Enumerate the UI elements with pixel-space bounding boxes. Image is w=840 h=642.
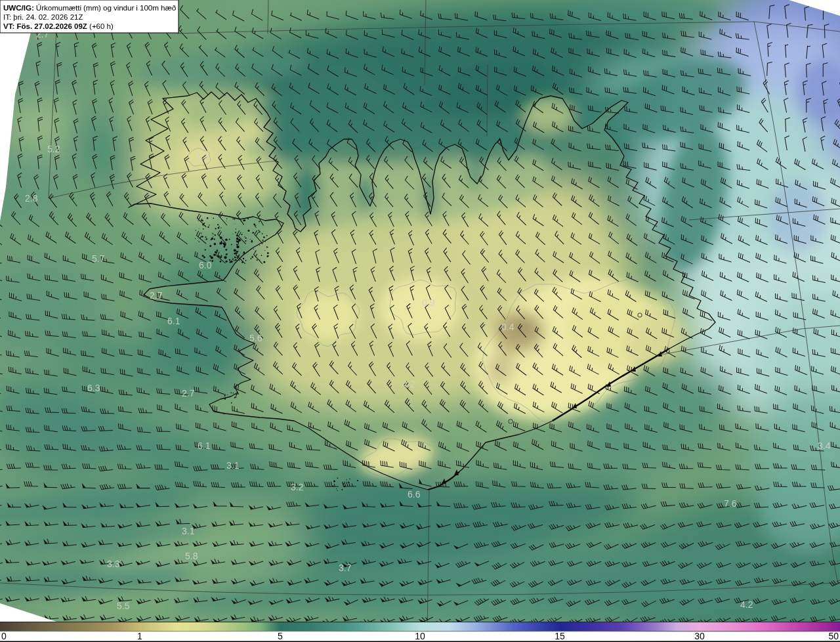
svg-text:2.8: 2.8 <box>25 193 38 203</box>
svg-text:6.6: 6.6 <box>408 489 421 500</box>
svg-text:0.4: 0.4 <box>501 322 514 332</box>
svg-text:5.6: 5.6 <box>249 333 262 343</box>
svg-text:3.4: 3.4 <box>818 440 831 451</box>
svg-text:5.5: 5.5 <box>117 601 130 611</box>
svg-text:VT: Fös. 27.02.2026 09Z (+60 h: VT: Fös. 27.02.2026 09Z (+60 h) <box>3 22 114 30</box>
svg-text:50: 50 <box>828 631 839 641</box>
svg-text:4.2: 4.2 <box>740 599 753 610</box>
svg-text:5.8: 5.8 <box>185 551 198 561</box>
svg-text:10: 10 <box>415 631 425 641</box>
svg-text:3.2: 3.2 <box>291 482 304 492</box>
svg-text:4.2: 4.2 <box>402 379 415 389</box>
svg-text:UWC/IG: Úrkomumætti (mm) og vi: UWC/IG: Úrkomumætti (mm) og vindur i 100… <box>3 3 177 12</box>
svg-text:2.7: 2.7 <box>182 388 195 398</box>
svg-text:1: 1 <box>137 631 142 641</box>
svg-text:3.7: 3.7 <box>339 563 352 573</box>
svg-text:3.1: 3.1 <box>226 460 240 471</box>
svg-text:2.7: 2.7 <box>150 290 163 301</box>
svg-text:1.2: 1.2 <box>196 151 209 161</box>
svg-text:3.1: 3.1 <box>182 526 195 536</box>
svg-text:15: 15 <box>555 631 565 641</box>
svg-text:IT: þri. 24. 02. 2026 21Z: IT: þri. 24. 02. 2026 21Z <box>3 13 83 21</box>
svg-text:5.2: 5.2 <box>47 144 60 154</box>
svg-text:30: 30 <box>694 631 705 641</box>
svg-text:6.0: 6.0 <box>199 260 212 270</box>
svg-text:6.1: 6.1 <box>198 440 211 451</box>
svg-text:0: 0 <box>1 631 7 641</box>
svg-text:5: 5 <box>278 631 283 641</box>
svg-text:6.1: 6.1 <box>167 316 180 326</box>
svg-text:0.9: 0.9 <box>422 297 435 308</box>
svg-text:3.3: 3.3 <box>107 559 120 569</box>
svg-text:5.7: 5.7 <box>92 253 105 264</box>
svg-text:6.3: 6.3 <box>87 383 100 393</box>
svg-text:7.6: 7.6 <box>724 498 737 509</box>
